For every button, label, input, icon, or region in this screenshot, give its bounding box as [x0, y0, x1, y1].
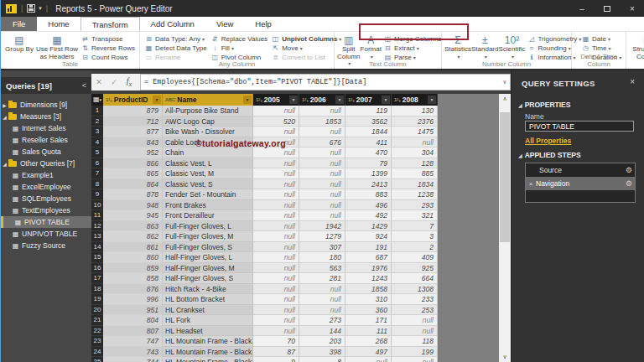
cell[interactable]: 1399: [345, 168, 392, 179]
group-by-button[interactable]: ▤ Group By: [3, 34, 35, 54]
cell[interactable]: 1976: [345, 263, 392, 274]
query-item-internet-sales[interactable]: ▦Internet Sales: [1, 122, 91, 134]
cell[interactable]: null: [253, 221, 299, 232]
cell[interactable]: null: [299, 106, 345, 116]
cell[interactable]: 3: [392, 231, 438, 242]
merge-columns-button[interactable]: ◫Merge Columns: [383, 34, 441, 44]
cell[interactable]: All-Purpose Bike Stand: [163, 106, 253, 116]
cell[interactable]: 87: [253, 347, 299, 358]
tab-add-column[interactable]: Add Column: [140, 17, 205, 31]
time-button[interactable]: ◷Time▾: [581, 44, 621, 53]
cell[interactable]: 676: [299, 137, 345, 148]
cell[interactable]: AWC Logo Cap: [163, 116, 253, 127]
cell[interactable]: 273: [299, 315, 345, 326]
row-number[interactable]: 22: [91, 326, 103, 337]
cell[interactable]: 747: [103, 336, 163, 347]
query-item-sqlemployees[interactable]: ▦SQLEmployees: [1, 193, 91, 204]
cell[interactable]: 843: [103, 137, 163, 148]
row-number[interactable]: 17: [91, 273, 103, 284]
cell[interactable]: null: [299, 168, 345, 179]
cell[interactable]: 79: [345, 158, 392, 169]
cell[interactable]: HL Mountain Frame - Black, 42: [163, 347, 253, 358]
cell[interactable]: 952: [103, 147, 163, 158]
cell[interactable]: null: [253, 127, 299, 137]
row-number[interactable]: 1: [91, 106, 103, 116]
cell[interactable]: Chain: [163, 147, 253, 158]
query-item-reseller-sales[interactable]: ▦Reseller Sales: [1, 134, 91, 146]
cell[interactable]: 861: [103, 242, 163, 253]
filter-dropdown-icon[interactable]: ▼: [382, 96, 390, 104]
applied-steps-section-header[interactable]: ◢APPLIED STEPS: [518, 151, 581, 159]
filter-dropdown-icon[interactable]: ▼: [243, 96, 252, 104]
cell[interactable]: null: [253, 263, 299, 274]
cell[interactable]: null: [253, 189, 299, 200]
cell[interactable]: null: [299, 284, 345, 295]
applied-step-source[interactable]: Source⚙: [526, 163, 635, 177]
cell[interactable]: 253: [392, 305, 438, 316]
cell[interactable]: Half-Finger Gloves, M: [163, 263, 253, 274]
cell[interactable]: 119: [345, 106, 392, 116]
cell[interactable]: null: [253, 179, 299, 190]
cell[interactable]: Full-Finger Gloves, M: [163, 231, 253, 242]
minimize-button[interactable]: –: [569, 0, 595, 17]
step-settings-gear-icon[interactable]: ⚙: [626, 166, 632, 174]
cell[interactable]: null: [392, 137, 438, 148]
cancel-formula-icon[interactable]: ✕: [91, 78, 106, 86]
cell[interactable]: null: [299, 127, 345, 137]
cell[interactable]: 878: [103, 189, 163, 200]
query-item-pivot-table[interactable]: ▦PIVOT TABLE: [1, 216, 91, 228]
quickaccess-dropdown-icon[interactable]: ▾: [39, 5, 42, 12]
tab-file[interactable]: File: [1, 17, 37, 31]
cell[interactable]: 144: [299, 326, 345, 337]
row-number[interactable]: 25: [91, 357, 103, 362]
cell[interactable]: 171: [345, 315, 392, 326]
query-item-sales-quota[interactable]: ▦Sales Quota: [1, 146, 91, 158]
cell[interactable]: null: [299, 147, 345, 158]
row-number[interactable]: 11: [91, 210, 103, 221]
detect-data-type-button[interactable]: ▦Detect Data Type: [144, 44, 207, 53]
cell[interactable]: 118: [392, 336, 438, 347]
cell[interactable]: 1858: [345, 284, 392, 295]
cell[interactable]: null: [253, 200, 299, 211]
tree-expand-icon[interactable]: ◢: [1, 161, 8, 167]
cell[interactable]: 470: [345, 147, 392, 158]
cell[interactable]: Full-Finger Gloves, L: [163, 221, 253, 232]
date-button[interactable]: ▦Date▾: [581, 34, 621, 44]
cell[interactable]: Fender Set - Mountain: [163, 189, 253, 200]
row-number[interactable]: 21: [91, 315, 103, 326]
cell[interactable]: 203: [299, 336, 345, 347]
cell[interactable]: 2: [392, 242, 438, 253]
cell[interactable]: Full-Finger Gloves, S: [163, 242, 253, 253]
cell[interactable]: 1243: [345, 273, 392, 284]
unpivot-columns-button[interactable]: ◫Unpivot Columns▾: [271, 34, 341, 44]
cell[interactable]: 807: [103, 326, 163, 337]
tree-expand-icon[interactable]: ◢: [1, 114, 8, 120]
cell[interactable]: 859: [103, 263, 163, 274]
cell[interactable]: null: [253, 284, 299, 295]
row-number[interactable]: 5: [91, 147, 103, 158]
query-item-dimensions-9-[interactable]: ▶Dimensions [9]: [1, 99, 91, 111]
scroll-down-icon[interactable]: ∨: [499, 352, 511, 362]
filter-dropdown-icon[interactable]: ▼: [335, 96, 344, 104]
format-button[interactable]: A Format▾: [361, 34, 382, 60]
cell[interactable]: 883: [345, 189, 392, 200]
cell[interactable]: 664: [392, 273, 438, 284]
cell[interactable]: 2376: [392, 116, 438, 127]
cell[interactable]: 876: [103, 284, 163, 295]
column-header-2005[interactable]: 1²₃2005▼: [253, 94, 299, 106]
row-number[interactable]: 23: [91, 336, 103, 347]
move-button[interactable]: ⇱Move▾: [271, 44, 341, 53]
row-number[interactable]: 7: [91, 168, 103, 179]
cell[interactable]: 858: [103, 273, 163, 284]
cell[interactable]: 1853: [299, 116, 345, 127]
cell[interactable]: 1279: [299, 231, 345, 242]
row-number[interactable]: 12: [91, 221, 103, 232]
cell[interactable]: null: [253, 294, 299, 305]
cell[interactable]: 862: [103, 231, 163, 242]
cell[interactable]: null: [392, 357, 438, 362]
cell[interactable]: 1942: [299, 221, 345, 232]
standard-button[interactable]: ± Standard▾: [471, 34, 498, 60]
cell[interactable]: null: [253, 147, 299, 158]
cell[interactable]: Front Derailleur: [163, 210, 253, 221]
save-icon[interactable]: [27, 4, 35, 13]
